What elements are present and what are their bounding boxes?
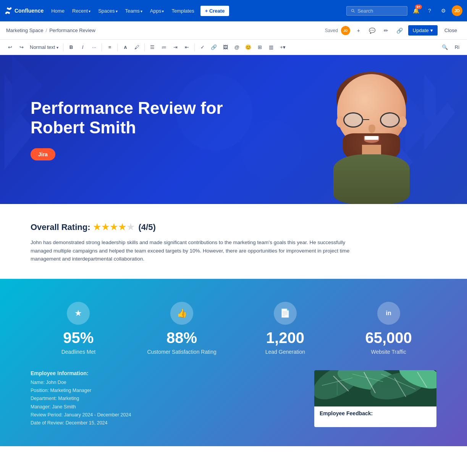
traffic-icon-circle: in [377, 302, 400, 325]
alignment-button[interactable]: ≡ [104, 42, 115, 53]
breadcrumb-page: Performance Review [49, 28, 95, 33]
text-style-dropdown[interactable]: Normal text [27, 43, 61, 52]
comment-button[interactable]: 💬 [367, 25, 378, 36]
create-button[interactable]: + Create [200, 6, 229, 16]
text-style-chevron [57, 44, 58, 50]
metric-satisfaction: 👍 88% Customer Satisfaction Rating [134, 302, 230, 355]
avatar-nose [368, 125, 375, 133]
toolbar-more-button[interactable]: Ri [452, 42, 462, 53]
hero-content: Performance Review for Robert Smith Jira [0, 76, 257, 183]
emoji-button[interactable]: 😊 [243, 42, 254, 53]
indent-button[interactable]: ⇥ [170, 42, 181, 53]
add-collaborator-button[interactable]: + [353, 25, 364, 36]
nav-right-area: 🔔 9+ ? ⚙ JD [346, 5, 462, 16]
metrics-section: ★ 95% Deadlines Met 👍 88% Customer Satis… [0, 279, 467, 447]
help-button[interactable]: ? [424, 5, 435, 16]
plant-illustration [314, 370, 436, 406]
employee-position: Position: Marketing Manager [31, 387, 303, 395]
avatar-mouth [364, 136, 379, 143]
rating-description: John has demonstrated strong leadership … [31, 238, 359, 263]
highlight-button[interactable]: 🖊 [131, 42, 142, 53]
text-color-button[interactable]: A [120, 42, 131, 53]
undo-button[interactable]: ↩ [5, 42, 15, 53]
hero-avatar [307, 59, 436, 204]
breadcrumb-separator: / [46, 28, 47, 33]
table-button[interactable]: ⊞ [254, 42, 265, 53]
insert-more-button[interactable]: +▾ [277, 42, 288, 53]
nav-item-spaces[interactable]: Spaces [95, 6, 120, 16]
bullet-list-button[interactable]: ☰ [147, 42, 158, 53]
editor-avatar[interactable]: JD [341, 26, 350, 35]
search-input[interactable] [357, 8, 403, 14]
settings-button[interactable]: ⚙ [438, 5, 449, 16]
leads-label: Lead Generation [265, 349, 305, 355]
toolbar-separator-5 [194, 44, 195, 51]
close-button[interactable]: Close [441, 25, 461, 36]
redo-button[interactable]: ↪ [16, 42, 27, 53]
toolbar-separator-2 [102, 44, 102, 51]
metric-deadlines: ★ 95% Deadlines Met [31, 302, 126, 355]
employee-name: Name: John Doe [31, 379, 303, 387]
update-button[interactable]: Update ▾ [408, 25, 438, 36]
traffic-icon: in [386, 310, 391, 317]
bold-button[interactable]: B [66, 42, 76, 53]
metric-traffic: in 65,000 Website Traffic [341, 302, 436, 355]
rating-label: Overall Rating: [31, 222, 90, 232]
stars-display: ★★★★★ [93, 222, 135, 232]
italic-button[interactable]: I [77, 42, 88, 53]
find-button[interactable]: 🔍 [440, 42, 450, 53]
notifications-button[interactable]: 🔔 9+ [410, 5, 421, 16]
link-insert-button[interactable]: 🔗 [208, 42, 219, 53]
user-avatar[interactable]: JD [452, 5, 462, 16]
employee-info: Employee Information: Name: John Doe Pos… [31, 370, 303, 427]
layout-button[interactable]: ▥ [266, 42, 276, 53]
deadlines-label: Deadlines Met [61, 349, 96, 355]
traffic-value: 65,000 [365, 329, 412, 346]
jira-badge[interactable]: Jira [31, 148, 55, 160]
confluence-logo[interactable]: Confluence [5, 7, 44, 15]
nav-item-teams[interactable]: Teams [122, 6, 145, 16]
avatar-body [333, 154, 410, 204]
nav-item-apps[interactable]: Apps [147, 6, 167, 16]
bottom-row: Employee Information: Name: John Doe Pos… [31, 370, 436, 427]
metrics-grid: ★ 95% Deadlines Met 👍 88% Customer Satis… [31, 302, 436, 355]
satisfaction-icon-circle: 👍 [170, 302, 193, 325]
image-button[interactable]: 🖼 [220, 42, 231, 53]
edit-button[interactable]: ✏ [381, 25, 391, 36]
saved-status: Saved [325, 28, 338, 33]
notification-badge: 9+ [415, 5, 422, 9]
rating-title: Overall Rating: ★★★★★ (4/5) [31, 222, 436, 232]
link-button[interactable]: 🔗 [394, 25, 405, 36]
task-button[interactable]: ✓ [197, 42, 208, 53]
top-navigation: Confluence Home Recent Spaces Teams Apps… [0, 0, 467, 21]
feedback-title: Employee Feedback: [314, 406, 436, 420]
hero-title: Performance Review for Robert Smith [31, 99, 226, 137]
toolbar-separator-4 [144, 44, 145, 51]
review-period: Review Period: January 2024 - December 2… [31, 411, 303, 419]
toolbar-separator-1 [63, 44, 63, 51]
satisfaction-label: Customer Satisfaction Rating [147, 349, 216, 355]
traffic-label: Website Traffic [371, 349, 406, 355]
more-formatting-button[interactable]: ··· [89, 42, 99, 53]
deadlines-icon: ★ [74, 308, 82, 318]
toolbar-separator-3 [117, 44, 118, 51]
employee-manager: Manager: Jane Smith [31, 403, 303, 411]
nav-item-templates[interactable]: Templates [168, 6, 197, 16]
deadlines-icon-circle: ★ [67, 302, 90, 325]
employee-info-title: Employee Information: [31, 370, 303, 376]
outdent-button[interactable]: ⇤ [181, 42, 192, 53]
breadcrumb-space[interactable]: Marketing Space [6, 28, 44, 33]
nav-item-home[interactable]: Home [48, 6, 68, 16]
numbered-list-button[interactable]: ≔ [158, 42, 169, 53]
mention-button[interactable]: @ [231, 42, 242, 53]
editor-toolbar: ↩ ↪ Normal text B I ··· ≡ A 🖊 ☰ ≔ ⇥ ⇤ ✓ … [0, 40, 467, 55]
leads-icon: 📄 [280, 308, 290, 318]
feedback-image [314, 370, 436, 406]
search-box[interactable] [346, 6, 407, 16]
avatar-glasses-bridge [363, 119, 369, 120]
rating-section: Overall Rating: ★★★★★ (4/5) John has dem… [0, 204, 467, 279]
breadcrumb-bar: Marketing Space / Performance Review Sav… [0, 21, 467, 40]
metric-leads: 📄 1,200 Lead Generation [238, 302, 333, 355]
feedback-card: Employee Feedback: [314, 370, 436, 427]
nav-item-recent[interactable]: Recent [69, 6, 94, 16]
